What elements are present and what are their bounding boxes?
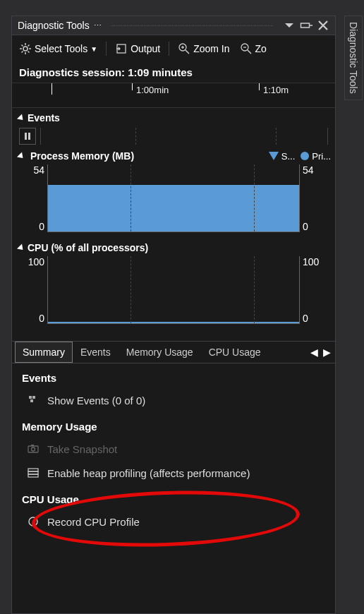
svg-point-22: [32, 447, 35, 451]
axis-tick: 100: [28, 256, 44, 267]
events-icon: [26, 394, 40, 407]
timeline-tick: [51, 83, 52, 95]
y-axis-left: 54 0: [18, 164, 47, 232]
private-bytes-marker-icon: [301, 152, 309, 160]
y-axis-right: 54 0: [300, 164, 329, 232]
svg-rect-0: [301, 23, 310, 28]
pause-events-button[interactable]: [19, 128, 36, 145]
legend-private: Pri...: [301, 151, 331, 162]
zoom-out-button[interactable]: Zo: [236, 40, 271, 58]
sidebar-tab-diagnostic-tools[interactable]: Diagnostic Tools: [344, 16, 363, 100]
zoom-in-icon: [178, 42, 190, 55]
show-events-link[interactable]: Show Events (0 of 0): [12, 388, 335, 412]
cpu-chart[interactable]: 100 0 100 0: [18, 256, 329, 324]
camera-icon: [26, 443, 40, 455]
output-icon: [115, 42, 128, 55]
window-close-button[interactable]: [317, 19, 329, 32]
tab-scroll-right-button[interactable]: ▶: [321, 345, 332, 359]
timeline-tick: [259, 83, 260, 90]
take-snapshot-button: Take Snapshot: [12, 437, 335, 461]
window-title: Diagnostic Tools: [18, 20, 90, 31]
enable-heap-profiling-button[interactable]: Enable heap profiling (affects performan…: [12, 461, 335, 485]
select-tools-label: Select Tools: [35, 43, 87, 54]
axis-tick: 0: [303, 313, 308, 324]
select-tools-button[interactable]: Select Tools ▼: [15, 40, 102, 58]
gear-icon: [19, 42, 32, 55]
summary-events-title: Events: [12, 363, 335, 388]
window-pin-button[interactable]: [300, 19, 313, 32]
process-memory-chart[interactable]: 54 0 54 0: [18, 164, 329, 232]
titlebar-spacer: [111, 25, 273, 26]
toolbar-separator: [106, 42, 107, 56]
zoom-in-button[interactable]: Zoom In: [174, 40, 233, 58]
timeline-label: 1:10m: [263, 85, 289, 95]
svg-line-9: [22, 52, 23, 53]
events-lane-row: [12, 126, 335, 146]
summary-memory-title: Memory Usage: [12, 412, 335, 437]
summary-cpu-title: CPU Usage: [12, 485, 335, 510]
show-events-label: Show Events (0 of 0): [47, 395, 145, 407]
y-axis-left: 100 0: [18, 256, 47, 324]
axis-tick: 0: [39, 313, 44, 324]
svg-rect-21: [28, 446, 38, 452]
zoom-out-label: Zo: [255, 43, 267, 54]
legend-snapshot-label: S...: [281, 151, 296, 162]
heap-icon: [26, 466, 40, 479]
zoom-in-label: Zoom In: [193, 43, 229, 54]
svg-line-8: [28, 52, 30, 53]
timeline-tick: [132, 83, 133, 90]
memory-plot-area[interactable]: [47, 164, 300, 232]
axis-tick: 100: [303, 256, 319, 267]
tab-memory-usage[interactable]: Memory Usage: [119, 342, 201, 363]
svg-line-10: [28, 45, 30, 47]
summary-tabs: Summary Events Memory Usage CPU Usage ◀ …: [12, 341, 335, 363]
titlebar: Diagnostic Tools ⋯: [12, 16, 335, 35]
svg-line-7: [22, 45, 23, 47]
output-label: Output: [131, 43, 160, 54]
svg-rect-26: [28, 474, 38, 477]
window-dropdown-button[interactable]: [283, 19, 296, 32]
zoom-out-icon: [240, 42, 253, 55]
events-section-header[interactable]: Events: [12, 108, 335, 126]
svg-point-2: [23, 47, 28, 51]
process-memory-header[interactable]: Process Memory (MB) S... Pri...: [12, 146, 335, 164]
record-cpu-label: Record CPU Profile: [47, 516, 140, 528]
snapshot-marker-icon: [269, 152, 279, 160]
take-snapshot-label: Take Snapshot: [47, 443, 117, 455]
legend-private-label: Pri...: [312, 151, 331, 162]
diagnostic-tools-panel: Diagnostic Tools ⋯ Select Tools ▼ Output: [11, 16, 336, 614]
svg-line-13: [186, 50, 189, 54]
output-button[interactable]: Output: [111, 40, 164, 58]
cpu-plot-area[interactable]: [47, 256, 300, 324]
timeline-ruler[interactable]: 1:00min 1:10m: [12, 83, 335, 108]
memory-series-fill: [48, 185, 299, 232]
record-cpu-profile-button[interactable]: Record CPU Profile: [12, 510, 335, 534]
axis-tick: 0: [39, 221, 44, 232]
process-memory-title: Process Memory (MB): [30, 150, 134, 162]
axis-tick: 54: [33, 164, 44, 176]
chevron-down-icon: ▼: [90, 45, 97, 53]
record-icon: [26, 515, 40, 528]
axis-tick: 0: [303, 221, 308, 232]
title-overflow-dots: ⋯: [90, 21, 106, 30]
events-lane[interactable]: [40, 128, 328, 145]
svg-rect-23: [31, 445, 34, 446]
events-section-title: Events: [28, 112, 60, 124]
toolbar: Select Tools ▼ Output Zoom In Zo: [12, 35, 335, 62]
tab-events[interactable]: Events: [73, 342, 119, 363]
svg-rect-19: [25, 133, 27, 140]
tab-scroll-left-button[interactable]: ◀: [308, 345, 320, 359]
disclosure-triangle-icon: [17, 152, 25, 160]
disclosure-triangle-icon: [17, 114, 25, 122]
toolbar-separator: [169, 42, 169, 56]
tab-scroll-nav: ◀ ▶: [308, 345, 332, 359]
tab-cpu-usage[interactable]: CPU Usage: [201, 342, 269, 363]
legend-snapshot: S...: [269, 151, 296, 162]
axis-tick: 54: [303, 164, 314, 176]
svg-point-27: [29, 517, 37, 526]
cpu-section-header[interactable]: CPU (% of all processors): [12, 238, 335, 256]
cpu-series-fill: [48, 322, 299, 323]
svg-rect-20: [28, 133, 30, 140]
enable-heap-label: Enable heap profiling (affects performan…: [47, 467, 250, 479]
tab-summary[interactable]: Summary: [15, 342, 73, 363]
